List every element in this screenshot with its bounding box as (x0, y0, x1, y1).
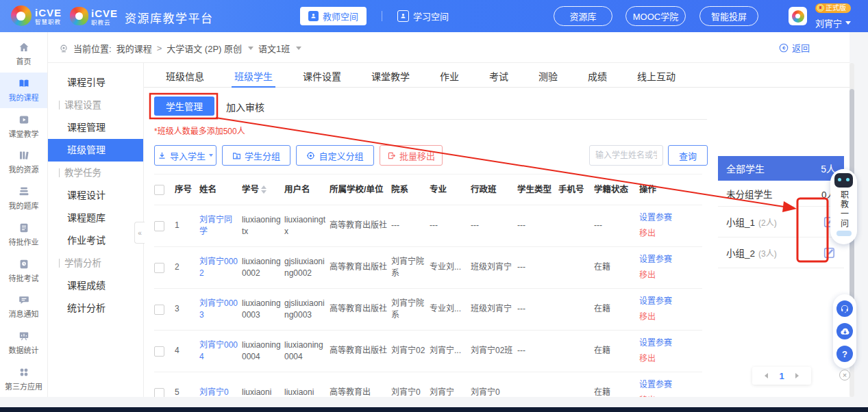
col-student-no[interactable]: 学号 (242, 183, 282, 196)
class-tab-2[interactable]: 班级学生 (233, 63, 274, 87)
edit-group-icon[interactable] (823, 246, 836, 259)
ungrouped-row[interactable]: 未分组学生 0人 (718, 181, 844, 207)
cell-status: --- (594, 220, 636, 231)
user-avatar[interactable] (789, 7, 807, 25)
medal-icon (817, 4, 824, 12)
support-headset-icon[interactable] (836, 300, 853, 317)
student-name-link[interactable]: 刘宵宁同学 (199, 214, 239, 238)
user-menu[interactable]: 刘宵宁 (815, 16, 851, 29)
group-bar (59, 168, 60, 177)
group-bar (59, 101, 60, 110)
cell-seq: 2 (175, 261, 197, 273)
back-button[interactable]: 返回 (779, 41, 810, 54)
row-checkbox[interactable] (154, 263, 164, 273)
group-row-2[interactable]: 小组_2(3人) (718, 237, 844, 268)
join-review-subtab[interactable]: 加入审核 (226, 100, 264, 114)
collapse-sidebar-handle[interactable] (134, 222, 145, 244)
close-floating-tools-icon[interactable] (839, 370, 850, 381)
prev-page-icon[interactable] (765, 373, 768, 378)
class-tab-6[interactable]: 考试 (488, 63, 510, 87)
course-submenu: 课程引导 课程设置 课程管理 班级管理 教学任务 课程设计 课程题库 作业考试 … (48, 63, 144, 397)
student-group-button[interactable]: 学生分组 (222, 145, 290, 166)
student-space-button[interactable]: 学习空间 (389, 7, 457, 25)
set-contest-link[interactable]: 设置参赛 (639, 337, 693, 349)
batch-remove-button[interactable]: 批量移出 (380, 145, 443, 166)
breadcrumb-my-courses[interactable]: 我的课程 (116, 42, 152, 55)
student-name-link[interactable]: 刘宵宁0002 (199, 256, 239, 280)
class-size-notice: *班级人数最多添加500人 (154, 125, 245, 136)
col-ops: 操作 (639, 183, 693, 196)
class-tab-8[interactable]: 成绩 (586, 63, 608, 87)
breadcrumb-course-select[interactable]: 大学语文 (2P) 原创 (166, 42, 242, 55)
breadcrumb-class-select[interactable]: 语文1班 (258, 42, 290, 55)
menu-item-course-question-bank[interactable]: 课程题库 (48, 207, 143, 229)
menu-item-course-design[interactable]: 课程设计 (48, 184, 143, 207)
next-page-icon[interactable] (795, 373, 799, 378)
remove-link[interactable]: 移出 (639, 228, 693, 240)
resource-library-button[interactable]: 资源库 (554, 6, 612, 26)
student-name-link[interactable]: 刘宵宁0003 (199, 298, 239, 322)
search-input[interactable] (589, 145, 663, 166)
query-button[interactable]: 查询 (668, 145, 708, 166)
remove-link[interactable]: 移出 (639, 311, 693, 323)
all-students-header[interactable]: 全部学生 5人 (718, 156, 844, 181)
sidebar-item-third-party-apps[interactable]: 第三方应用 (0, 361, 47, 397)
sidebar-item-notifications[interactable]: 消息通知 (0, 289, 47, 325)
sidebar-item-question-bank[interactable]: 我的题库 (0, 181, 47, 217)
class-tab-4[interactable]: 课堂教学 (370, 63, 411, 87)
custom-group-button[interactable]: 自定义分组 (296, 145, 374, 166)
sidebar-item-classroom-teaching[interactable]: 课堂教学 (0, 108, 47, 144)
student-manage-subtab[interactable]: 学生管理 (154, 96, 214, 116)
menu-group-teaching-tasks: 教学任务 (48, 162, 143, 184)
sidebar-item-pending-exams[interactable]: 待批考试 (0, 253, 47, 289)
sidebar-item-data-statistics[interactable]: 数据统计 (0, 325, 47, 361)
row-checkbox[interactable] (154, 388, 164, 398)
student-name-link[interactable]: 刘宵宁0004 (199, 339, 239, 363)
menu-item-course-management[interactable]: 课程管理 (48, 116, 143, 139)
sidebar-item-home[interactable]: 首页 (0, 36, 47, 73)
logo-primary-brand: iCVE (35, 8, 62, 18)
mooc-academy-button[interactable]: MOOC学院 (625, 6, 686, 26)
top-header-bar: iCVE 智慧职教 iCVE 职教云 资源库教学平台 教师空间 学习空间 资源库… (0, 0, 868, 32)
menu-item-course-grades[interactable]: 课程成绩 (48, 274, 143, 297)
menu-item-course-guide[interactable]: 课程引导 (48, 71, 143, 94)
select-all-checkbox[interactable] (154, 185, 164, 195)
smart-cast-button[interactable]: 智能投屏 (699, 6, 758, 26)
back-label: 返回 (792, 41, 810, 54)
icve-zhihuizhijiao-logo (11, 5, 32, 26)
sidebar-item-pending-homework[interactable]: 待批作业 (0, 217, 47, 253)
sidebar-item-my-courses[interactable]: 我的课程 (0, 73, 47, 109)
class-tab-3[interactable]: 课件设置 (301, 63, 343, 87)
class-tab-1[interactable]: 班级信息 (164, 63, 206, 87)
page-number[interactable]: 1 (779, 371, 784, 381)
class-tab-7[interactable]: 测验 (537, 63, 559, 87)
row-checkbox[interactable] (154, 305, 164, 315)
group-row-1[interactable]: 小组_1(2人) (718, 207, 844, 237)
student-name-link[interactable]: 刘宵宁0 (199, 387, 239, 397)
menu-item-homework-exam[interactable]: 作业考试 (48, 229, 143, 252)
row-checkbox[interactable] (154, 221, 164, 231)
import-students-button[interactable]: 导入学生 (154, 145, 216, 166)
set-contest-link[interactable]: 设置参赛 (639, 296, 693, 307)
group-bar (59, 259, 60, 268)
cell-student_type: --- (517, 261, 556, 273)
cell-ops: 设置参赛移出 (639, 296, 693, 323)
remove-link[interactable]: 移出 (639, 270, 693, 281)
cloud-download-icon[interactable] (836, 323, 853, 339)
sidebar-item-my-resources[interactable]: 我的资源 (0, 144, 47, 181)
sort-icon[interactable] (261, 185, 266, 194)
cell-status: 在籍 (594, 387, 636, 397)
class-tab-5[interactable]: 作业 (438, 63, 460, 87)
set-contest-link[interactable]: 设置参赛 (639, 254, 693, 266)
remove-link[interactable]: 移出 (639, 395, 693, 398)
set-contest-link[interactable]: 设置参赛 (639, 212, 693, 224)
menu-item-statistical-analysis[interactable]: 统计分析 (48, 297, 143, 320)
set-contest-link[interactable]: 设置参赛 (639, 379, 693, 391)
zhijiao-assistant-widget[interactable]: 职教一问 (830, 169, 857, 244)
remove-link[interactable]: 移出 (639, 353, 693, 365)
teacher-space-button[interactable]: 教师空间 (300, 7, 367, 25)
row-checkbox[interactable] (154, 346, 164, 357)
menu-item-class-management[interactable]: 班级管理 (48, 139, 143, 162)
class-tab-9[interactable]: 线上互动 (636, 63, 677, 87)
help-question-icon[interactable]: ? (836, 346, 853, 362)
